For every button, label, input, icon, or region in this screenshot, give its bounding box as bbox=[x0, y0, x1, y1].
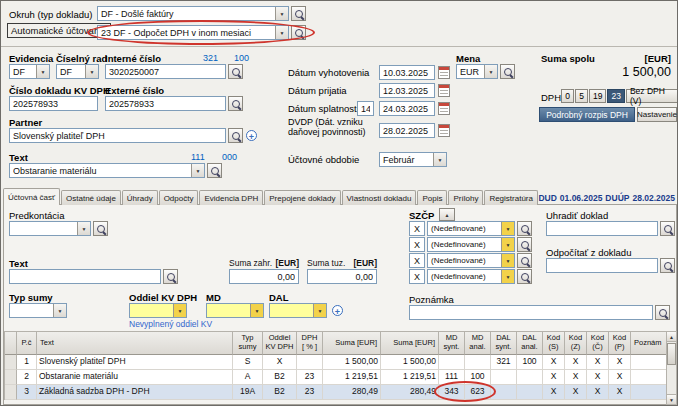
chevron-down-icon[interactable] bbox=[53, 304, 66, 317]
text-select[interactable]: Obstaranie materiálu bbox=[9, 163, 205, 178]
table-row[interactable]: 1Slovenský platiteľ DPHSX1 500,001 500,0… bbox=[5, 355, 667, 370]
uhradit-doklad-input[interactable] bbox=[546, 221, 658, 236]
dph-rate-23-button[interactable]: 23 bbox=[607, 89, 624, 103]
uctovne-obdobie-select[interactable]: Február bbox=[379, 152, 447, 167]
predkontacia-select[interactable] bbox=[9, 221, 91, 236]
interne-cislo-input[interactable]: 3020250007 bbox=[105, 64, 226, 79]
vertical-scrollbar[interactable]: ▲ ▼ bbox=[666, 331, 677, 405]
scroll-down-icon[interactable]: ▼ bbox=[667, 394, 676, 404]
chevron-down-icon[interactable] bbox=[501, 270, 514, 283]
search-button[interactable] bbox=[660, 221, 675, 236]
evidencia-select[interactable]: DF bbox=[9, 64, 50, 79]
chevron-down-icon[interactable] bbox=[501, 254, 514, 267]
search-button[interactable] bbox=[517, 253, 532, 268]
tab-pr-lohy[interactable]: Prílohy bbox=[448, 190, 483, 205]
grid-column-header[interactable]: Suma [EUR] bbox=[323, 331, 381, 355]
grid-column-header[interactable]: DPH [ % ] bbox=[297, 331, 323, 355]
grid-column-header[interactable]: Kód (Č) bbox=[587, 331, 609, 355]
calendar-icon[interactable] bbox=[438, 102, 450, 115]
scrollbar-thumb[interactable] bbox=[667, 343, 676, 365]
search-button[interactable] bbox=[93, 221, 108, 236]
szcp-x-field[interactable]: X bbox=[409, 253, 425, 268]
poznamka-input[interactable] bbox=[409, 305, 653, 320]
tab-vlastnosti-dokladu[interactable]: Vlastnosti dokladu bbox=[342, 190, 417, 205]
grid-column-header[interactable]: Oddiel KV DPH bbox=[263, 331, 297, 355]
grid-column-header[interactable]: Kód (P) bbox=[609, 331, 631, 355]
szcp-select[interactable]: (Nedefinované) bbox=[427, 269, 515, 284]
szcp-x-field[interactable]: X bbox=[409, 237, 425, 252]
suma-tuz-input[interactable]: 0,00 bbox=[307, 269, 377, 284]
md-select[interactable] bbox=[206, 303, 264, 318]
bez-dph-button[interactable]: Bez DPH (V) bbox=[626, 89, 678, 103]
nastavenie-button[interactable]: Nastavenie bbox=[637, 107, 677, 122]
calendar-icon[interactable] bbox=[438, 124, 450, 137]
tab-popis[interactable]: Popis bbox=[417, 190, 447, 205]
szcp-x-field[interactable]: X bbox=[409, 221, 425, 236]
tab-evidencia-dph[interactable]: Evidencia DPH bbox=[199, 190, 263, 205]
tab-prepojen-doklady[interactable]: Prepojené doklady bbox=[264, 190, 340, 205]
dph-rate-19-button[interactable]: 19 bbox=[589, 89, 606, 103]
datum-prijatia-input[interactable]: 12.03.2025 bbox=[379, 83, 435, 98]
grid-column-header[interactable]: MD synt. bbox=[439, 331, 465, 355]
grid-column-header[interactable]: P.č bbox=[17, 331, 37, 355]
odpocitat-input[interactable] bbox=[546, 258, 658, 273]
chevron-down-icon[interactable] bbox=[433, 153, 446, 166]
grid-column-header[interactable]: Text bbox=[37, 331, 233, 355]
scroll-up-icon[interactable]: ▲ bbox=[667, 332, 676, 342]
mena-select[interactable]: EUR bbox=[456, 64, 498, 79]
tab-ostatn-daje[interactable]: Ostatné údaje bbox=[61, 190, 121, 205]
chevron-down-icon[interactable] bbox=[484, 65, 497, 78]
chevron-down-icon[interactable] bbox=[36, 65, 49, 78]
search-button[interactable] bbox=[228, 64, 243, 79]
dvdp-input[interactable]: 28.02.2025 bbox=[379, 123, 435, 138]
auto-uctovanie-select[interactable]: 23 DF - Odpočet DPH v inom mesiaci bbox=[97, 25, 289, 40]
grid-column-header[interactable]: MD anal. bbox=[465, 331, 491, 355]
tab-registrat-ra[interactable]: Registratúra bbox=[484, 190, 538, 205]
search-button[interactable] bbox=[207, 163, 222, 178]
typ-sumy-select[interactable] bbox=[9, 303, 67, 318]
search-button[interactable] bbox=[291, 6, 306, 21]
datum-splatnosti-input[interactable]: 24.03.2025 bbox=[379, 101, 435, 116]
suma-zahr-input[interactable]: 0,00 bbox=[229, 269, 299, 284]
search-button[interactable] bbox=[228, 128, 243, 143]
dph-rate-0-button[interactable]: 0 bbox=[561, 89, 574, 103]
kv-dph-input[interactable]: 202578933 bbox=[9, 96, 98, 111]
search-button[interactable] bbox=[228, 96, 243, 111]
okruh-select[interactable]: DF - Došlé faktúry bbox=[97, 6, 289, 21]
add-partner-icon[interactable] bbox=[246, 130, 257, 141]
externe-cislo-input[interactable]: 202578933 bbox=[105, 96, 226, 111]
tab--tovn-as-[interactable]: Účtovná časť bbox=[3, 188, 60, 205]
search-button[interactable] bbox=[517, 269, 532, 284]
chevron-down-icon[interactable] bbox=[191, 164, 204, 177]
grid-column-header[interactable]: DAL synt. bbox=[491, 331, 517, 355]
tab-odpo-ty[interactable]: Odpočty bbox=[159, 190, 199, 205]
datum-vyhotovenia-input[interactable]: 10.03.2025 bbox=[379, 65, 435, 80]
oddiel-kv-dph-select[interactable] bbox=[129, 303, 187, 318]
chevron-down-icon[interactable] bbox=[275, 7, 288, 20]
grid-column-header[interactable]: Typ sumy bbox=[233, 331, 263, 355]
splatnost-days-input[interactable]: 14 bbox=[357, 101, 374, 116]
search-button[interactable] bbox=[655, 305, 670, 320]
tab--hrady[interactable]: Úhrady bbox=[122, 190, 158, 205]
search-button[interactable] bbox=[500, 64, 515, 79]
chevron-down-icon[interactable] bbox=[275, 26, 288, 39]
add-account-icon[interactable] bbox=[332, 305, 343, 316]
calendar-icon[interactable] bbox=[438, 84, 450, 97]
chevron-down-icon[interactable] bbox=[250, 304, 263, 317]
szcp-select[interactable]: (Nedefinované) bbox=[427, 253, 515, 268]
table-row[interactable]: 3Základná sadzba DPH - DPH19AB223280,492… bbox=[5, 385, 667, 400]
grid-column-header[interactable]: Kód (Z) bbox=[565, 331, 587, 355]
chevron-down-icon[interactable] bbox=[85, 65, 98, 78]
table-row[interactable]: 2Obstaranie materiáluAB2231 219,511 219,… bbox=[5, 370, 667, 385]
search-button[interactable] bbox=[660, 258, 675, 273]
grid-column-header[interactable]: DAL anal. bbox=[517, 331, 543, 355]
search-button[interactable] bbox=[517, 221, 532, 236]
podrobny-rozpis-dph-button[interactable]: Podrobný rozpis DPH bbox=[539, 107, 635, 122]
chevron-down-icon[interactable] bbox=[77, 222, 90, 235]
chevron-down-icon[interactable] bbox=[313, 304, 326, 317]
grid-column-header[interactable]: Kód (S) bbox=[543, 331, 565, 355]
grid-column-header[interactable]: Poznám bbox=[631, 331, 667, 355]
search-button[interactable] bbox=[291, 25, 306, 40]
szcp-select[interactable]: (Nedefinované) bbox=[427, 237, 515, 252]
calendar-icon[interactable] bbox=[438, 66, 450, 79]
